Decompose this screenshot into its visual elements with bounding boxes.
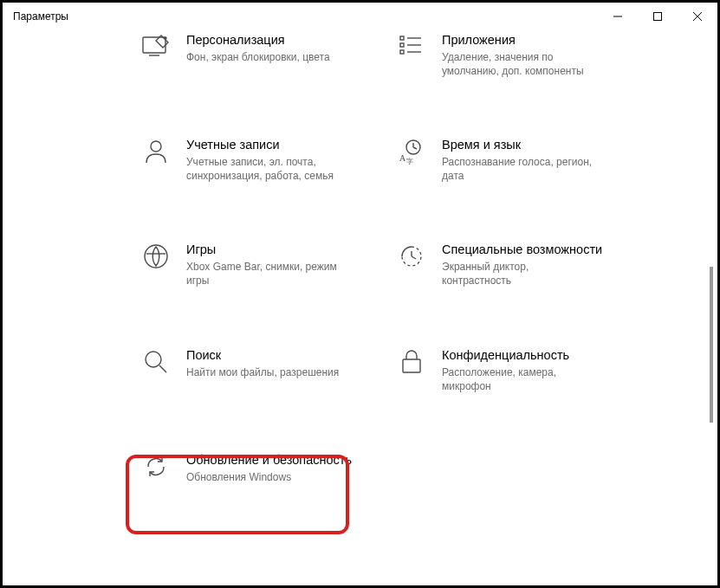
svg-point-13 — [151, 141, 161, 152]
tile-desc: Найти мои файлы, разрешения — [186, 365, 339, 379]
time-language-icon: A 字 — [397, 139, 426, 168]
tile-title: Конфиденциальность — [442, 347, 598, 364]
svg-line-16 — [413, 147, 417, 149]
gaming-icon — [141, 243, 171, 273]
tile-desc: Фон, экран блокировки, цвета — [186, 50, 330, 64]
svg-point-23 — [146, 352, 161, 367]
svg-point-6 — [165, 37, 166, 39]
maximize-button[interactable] — [638, 3, 678, 30]
tile-ease-of-access[interactable]: Специальные возможности Экранный диктор,… — [397, 242, 626, 288]
svg-text:A: A — [399, 153, 406, 163]
tile-title: Обновление и безопасность — [186, 452, 352, 468]
tile-title: Специальные возможности — [442, 242, 602, 258]
svg-line-24 — [159, 365, 166, 372]
tile-title: Поиск — [186, 347, 339, 364]
search-icon — [141, 349, 171, 378]
tile-title: Время и язык — [442, 137, 598, 153]
svg-point-19 — [145, 245, 167, 268]
minimize-button[interactable] — [598, 3, 638, 30]
svg-rect-25 — [403, 359, 420, 372]
window-title: Параметры — [13, 10, 598, 23]
scrollbar-thumb[interactable] — [710, 267, 713, 423]
svg-rect-9 — [400, 43, 404, 47]
tile-accounts[interactable]: Учетные записи Учетные записи, эл. почта… — [141, 137, 371, 183]
close-button[interactable] — [678, 3, 717, 30]
titlebar: Параметры — [3, 3, 717, 30]
tile-update-security[interactable]: Обновление и безопасность Обновления Win… — [141, 452, 371, 484]
tile-desc: Удаление, значения по умолчанию, доп. ко… — [442, 50, 598, 78]
tile-title: Персонализация — [186, 32, 330, 48]
tile-title: Игры — [186, 242, 342, 258]
svg-rect-4 — [143, 37, 165, 53]
tile-desc: Xbox Game Bar, снимки, режим игры — [186, 260, 342, 288]
tile-privacy[interactable]: Конфиденциальность Расположение, камера,… — [397, 347, 626, 393]
tile-apps[interactable]: Приложения Удаление, значения по умолчан… — [397, 32, 626, 78]
update-icon — [141, 454, 171, 483]
tile-search[interactable]: Поиск Найти мои файлы, разрешения — [141, 347, 371, 393]
tile-desc: Обновления Windows — [186, 470, 342, 484]
settings-window: Параметры — [0, 0, 720, 588]
accounts-icon — [141, 139, 171, 168]
tile-desc: Экранный диктор, контрастность — [442, 260, 598, 288]
svg-rect-11 — [400, 50, 404, 54]
tile-title: Учетные записи — [186, 137, 342, 153]
apps-icon — [397, 34, 426, 63]
svg-rect-1 — [654, 13, 662, 21]
content-area: Персонализация Фон, экран блокировки, цв… — [3, 32, 717, 585]
tile-desc: Распознавание голоса, регион, дата — [442, 155, 598, 183]
tile-personalization[interactable]: Персонализация Фон, экран блокировки, цв… — [141, 32, 371, 78]
tile-desc: Расположение, камера, микрофон — [442, 365, 598, 393]
ease-of-access-icon — [397, 243, 426, 273]
svg-text:字: 字 — [406, 158, 413, 165]
tile-gaming[interactable]: Игры Xbox Game Bar, снимки, режим игры — [141, 242, 371, 288]
svg-rect-7 — [400, 36, 404, 40]
settings-grid: Персонализация Фон, экран блокировки, цв… — [141, 32, 691, 484]
tile-time-language[interactable]: A 字 Время и язык Распознавание голоса, р… — [397, 137, 626, 183]
window-controls — [598, 3, 717, 30]
tile-desc: Учетные записи, эл. почта, синхронизация… — [186, 155, 342, 183]
privacy-icon — [397, 349, 426, 378]
personalization-icon — [141, 34, 171, 63]
tile-title: Приложения — [442, 32, 598, 48]
svg-line-22 — [412, 256, 416, 259]
